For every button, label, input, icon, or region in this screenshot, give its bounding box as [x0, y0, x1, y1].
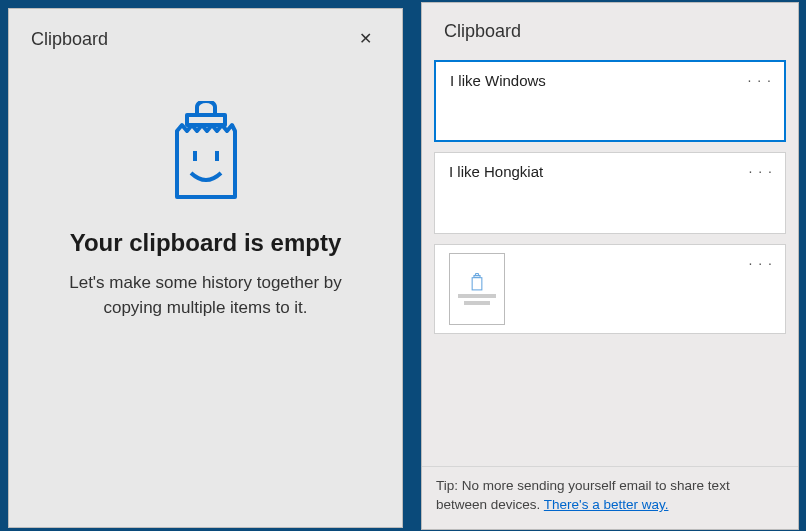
clipboard-item[interactable]: I like Windows · · ·: [434, 60, 786, 142]
panel-header: Clipboard: [422, 3, 798, 54]
clipboard-panel-history: Clipboard I like Windows · · · I like Ho…: [421, 2, 799, 530]
svg-rect-2: [472, 278, 482, 290]
empty-subtext: Let's make some history together by copy…: [46, 271, 366, 320]
thumbnail-text-line: [464, 301, 490, 305]
more-icon: · · ·: [749, 255, 773, 271]
clipboard-smile-icon: [167, 101, 245, 201]
tip-bar: Tip: No more sending yourself email to s…: [422, 466, 798, 529]
svg-rect-3: [474, 276, 480, 278]
empty-heading: Your clipboard is empty: [70, 229, 342, 257]
item-menu-button[interactable]: · · ·: [749, 163, 773, 179]
clipboard-item[interactable]: I like Hongkiat · · ·: [434, 152, 786, 234]
clipboard-items-list: I like Windows · · · I like Hongkiat · ·…: [422, 54, 798, 466]
panel-title: Clipboard: [31, 29, 108, 50]
empty-state: Your clipboard is empty Let's make some …: [9, 63, 402, 527]
clipboard-item[interactable]: · · ·: [434, 244, 786, 334]
clipboard-item-text: I like Hongkiat: [449, 163, 543, 180]
close-icon: ✕: [359, 30, 372, 47]
close-button[interactable]: ✕: [351, 27, 380, 51]
more-icon: · · ·: [749, 163, 773, 179]
item-menu-button[interactable]: · · ·: [748, 72, 772, 88]
tip-link[interactable]: There's a better way.: [544, 497, 669, 512]
clipboard-item-text: I like Windows: [450, 72, 546, 89]
panel-header: Clipboard ✕: [9, 9, 402, 63]
clipboard-mini-icon: [470, 273, 484, 291]
thumbnail-text-line: [458, 294, 496, 298]
more-icon: · · ·: [748, 72, 772, 88]
item-menu-button[interactable]: · · ·: [749, 255, 773, 271]
clipboard-image-thumbnail: [449, 253, 505, 325]
clipboard-panel-empty: Clipboard ✕ Your clipboard is empty Let'…: [8, 8, 403, 528]
panel-title: Clipboard: [444, 21, 521, 42]
